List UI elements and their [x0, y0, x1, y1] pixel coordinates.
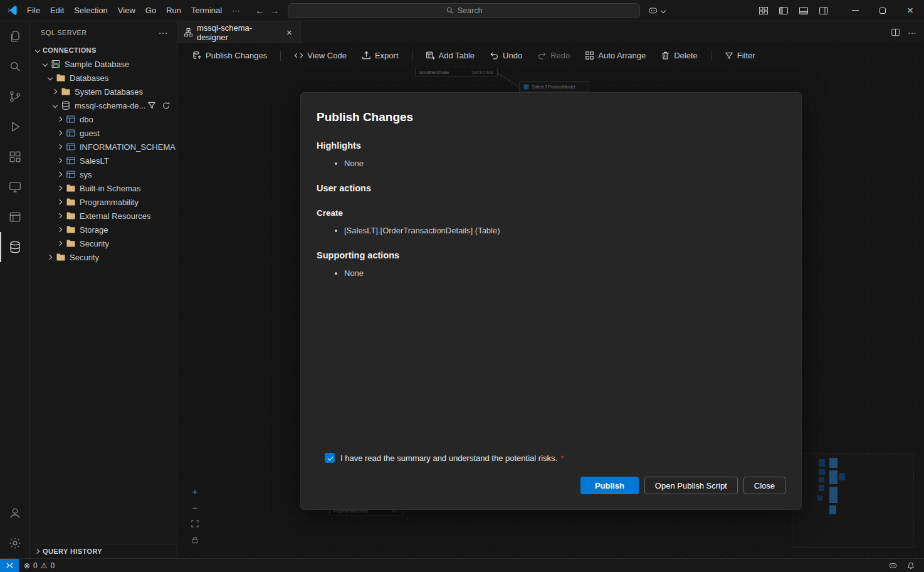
toolbar-filter[interactable]: Filter	[718, 48, 762, 63]
menu-go[interactable]: Go	[140, 4, 161, 17]
tree-item-label: INFORMATION_SCHEMA	[80, 142, 176, 152]
tree-item-security[interactable]: Security	[30, 236, 177, 250]
menu-terminal[interactable]: Terminal	[186, 4, 227, 17]
menu-run[interactable]: Run	[161, 4, 186, 17]
menu-edit[interactable]: Edit	[45, 4, 69, 17]
close-button[interactable]: Close	[743, 477, 785, 494]
tree-item-label: Built-in Schemas	[80, 184, 141, 193]
tree-item-saleslt[interactable]: SalesLT	[30, 154, 177, 167]
tree-item-information-schema[interactable]: INFORMATION_SCHEMA	[30, 140, 177, 154]
tree-item-security[interactable]: Security	[30, 250, 177, 264]
tree-item-storage[interactable]: Storage	[30, 223, 177, 236]
activity-source-control[interactable]	[0, 82, 29, 112]
status-bar: ⊗ 0 ⚠ 0	[0, 558, 924, 572]
activity-remote-explorer[interactable]	[0, 172, 29, 202]
tree-item-label: guest	[80, 129, 100, 138]
toggle-primary-sidebar-icon[interactable]	[779, 6, 789, 16]
dialog-list-create: [SalesLT].[OrderTransactionDetails] (Tab…	[317, 226, 785, 235]
activity-run-and-debug[interactable]	[0, 112, 29, 142]
risk-acknowledge-checkbox[interactable]	[325, 453, 335, 463]
toolbar-redo[interactable]: Redo	[531, 48, 576, 63]
tree-item-sample-database[interactable]: Sample Database	[30, 57, 177, 71]
dialog-title: Publish Changes	[317, 110, 785, 124]
toolbar-auto-arrange[interactable]: Auto Arrange	[579, 48, 652, 63]
export-icon	[362, 51, 371, 60]
chevron-down-icon	[33, 45, 43, 55]
menu-selection[interactable]: Selection	[69, 4, 112, 17]
activity-accounts[interactable]	[0, 498, 29, 528]
tree-item-programmability[interactable]: Programmability	[30, 195, 177, 209]
designer-toolbar: Publish ChangesView CodeExportAdd TableU…	[177, 43, 924, 68]
tree-item-built-in-schemas[interactable]: Built-in Schemas	[30, 181, 177, 195]
tree-item-system-databases[interactable]: System Databases	[30, 85, 177, 98]
problems-indicator[interactable]: ⊗ 0 ⚠ 0	[19, 559, 60, 572]
activity-search[interactable]	[0, 51, 29, 82]
tree-item-label: SalesLT	[80, 156, 109, 166]
tree-item-guest[interactable]: guest	[30, 126, 177, 140]
toolbar-separator	[412, 51, 412, 61]
notifications-bell-icon[interactable]	[906, 561, 915, 570]
tree-item-mssql-schema-de[interactable]: mssql-schema-de...	[30, 98, 177, 112]
copilot-status-icon[interactable]	[888, 561, 898, 570]
menu-file[interactable]: File	[22, 4, 45, 17]
dialog-list-item: None	[344, 159, 785, 168]
forward-button[interactable]: →	[270, 6, 279, 16]
folder-icon	[65, 211, 76, 221]
filter-icon	[725, 51, 733, 60]
tree-item-sys[interactable]: sys	[30, 167, 177, 181]
filter-icon[interactable]	[147, 101, 156, 110]
tree-item-label: Storage	[80, 225, 108, 235]
activity-database-projects[interactable]	[0, 202, 29, 232]
toolbar-view-code[interactable]: View Code	[288, 48, 353, 63]
close-window-button[interactable]: ×	[896, 0, 924, 21]
tree-item-dbo[interactable]: dbo	[30, 112, 177, 126]
customize-layout-icon[interactable]	[759, 6, 769, 16]
activity-extensions[interactable]	[0, 142, 29, 172]
delete-icon	[661, 51, 670, 60]
toolbar-undo[interactable]: Undo	[483, 48, 528, 63]
maximize-button[interactable]	[869, 0, 896, 21]
minimize-button[interactable]	[841, 0, 869, 21]
chevron-right-icon	[55, 197, 65, 207]
toolbar-delete[interactable]: Delete	[654, 48, 704, 63]
sidebar-more-actions[interactable]: ···	[156, 28, 171, 38]
dialog-list-item: [SalesLT].[OrderTransactionDetails] (Tab…	[344, 226, 785, 235]
activity-explorer[interactable]	[0, 21, 29, 51]
toolbar-add-table[interactable]: Add Table	[419, 48, 481, 63]
menu-more[interactable]: ···	[227, 4, 245, 17]
menu-view[interactable]: View	[113, 4, 140, 17]
dialog-list-supporting-actions: None	[317, 268, 785, 278]
tree-item-databases[interactable]: Databases	[30, 71, 177, 85]
schema-icon	[65, 156, 76, 166]
command-center-search[interactable]: Search	[288, 3, 640, 18]
toggle-secondary-sidebar-icon[interactable]	[819, 6, 829, 16]
chevron-right-icon	[45, 252, 55, 262]
history-navigation: ← →	[255, 6, 279, 16]
connections-section-header[interactable]: CONNECTIONS	[30, 43, 177, 57]
code-icon	[294, 51, 303, 60]
error-count: 0	[33, 561, 38, 570]
tab-mssql-schema-designer[interactable]: mssql-schema-designer ×	[177, 21, 301, 43]
dialog-heading-highlights: Highlights	[317, 140, 785, 151]
split-editor-icon[interactable]	[891, 28, 900, 37]
toolbar-publish-changes[interactable]: Publish Changes	[186, 48, 273, 63]
toolbar-export[interactable]: Export	[355, 48, 405, 63]
refresh-icon[interactable]	[162, 101, 171, 110]
query-history-section-header[interactable]: QUERY HISTORY	[30, 544, 177, 558]
chevron-right-icon	[55, 114, 65, 124]
activity-settings[interactable]	[0, 528, 29, 558]
tree-item-external-resources[interactable]: External Resources	[30, 209, 177, 223]
activity-bar	[0, 21, 30, 558]
copilot-button[interactable]	[648, 5, 666, 16]
toggle-panel-icon[interactable]	[799, 6, 809, 16]
activity-sql-server[interactable]	[0, 232, 29, 262]
menubar: FileEditSelectionViewGoRunTerminal···	[22, 4, 245, 17]
warning-count: 0	[51, 561, 55, 570]
remote-indicator[interactable]	[0, 559, 19, 572]
back-button[interactable]: ←	[255, 6, 264, 16]
publish-button[interactable]: Publish	[580, 477, 639, 494]
vscode-window: FileEditSelectionViewGoRunTerminal··· ← …	[0, 0, 924, 572]
editor-more-actions-icon[interactable]: ···	[908, 28, 916, 38]
tab-close-icon[interactable]: ×	[283, 26, 295, 39]
open-publish-script-button[interactable]: Open Publish Script	[644, 477, 738, 494]
